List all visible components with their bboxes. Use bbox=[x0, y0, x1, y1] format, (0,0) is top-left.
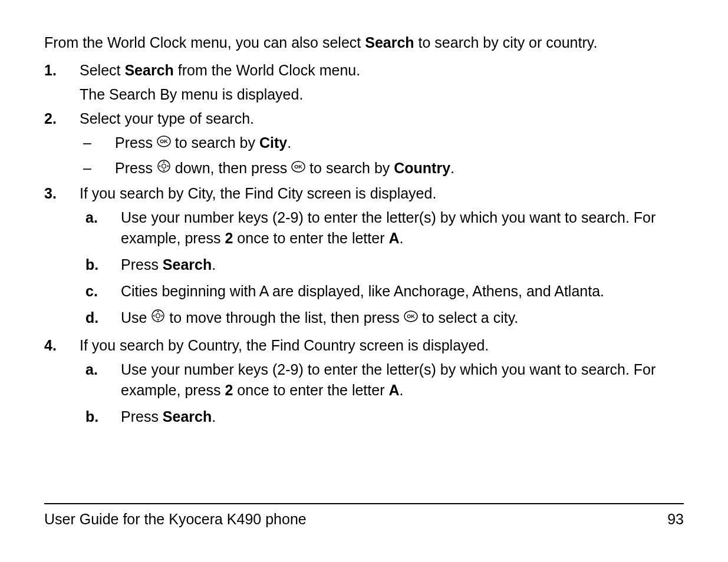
page-number: 93 bbox=[667, 509, 684, 530]
text-bold: A bbox=[388, 230, 399, 246]
text: to search by city or country. bbox=[414, 34, 598, 51]
text: If you search by City, the Find City scr… bbox=[80, 183, 684, 204]
substep-a: Use your number keys (2-9) to enter the … bbox=[80, 207, 684, 249]
text-bold: Search bbox=[365, 34, 414, 51]
text: to select a city. bbox=[418, 309, 518, 326]
text: down, then press bbox=[171, 160, 291, 176]
ok-icon bbox=[291, 158, 305, 178]
text: If you search by Country, the Find Count… bbox=[80, 335, 684, 356]
page-footer: User Guide for the Kyocera K490 phone 93 bbox=[44, 503, 684, 530]
text: Press bbox=[115, 160, 157, 176]
footer-title: User Guide for the Kyocera K490 phone bbox=[44, 509, 307, 530]
lettered-steps: Use your number keys (2-9) to enter the … bbox=[80, 207, 684, 329]
ok-icon bbox=[157, 133, 171, 153]
text: The Search By menu is displayed. bbox=[80, 84, 684, 105]
text: From the World Clock menu, you can also … bbox=[44, 34, 365, 51]
text: once to enter the letter bbox=[233, 382, 388, 398]
nav-icon bbox=[151, 308, 165, 328]
text: to move through the list, then press bbox=[165, 309, 403, 326]
text: . bbox=[212, 408, 216, 425]
text: to search by bbox=[171, 134, 259, 151]
text: to search by bbox=[305, 160, 394, 176]
step-4: If you search by Country, the Find Count… bbox=[44, 335, 684, 427]
text: . bbox=[400, 230, 404, 246]
text-bold: 2 bbox=[225, 230, 233, 246]
text: Press bbox=[115, 134, 157, 151]
substep-c: Cities beginning with A are displayed, l… bbox=[80, 281, 684, 302]
footer-rule bbox=[44, 503, 684, 504]
intro-paragraph: From the World Clock menu, you can also … bbox=[44, 32, 684, 53]
step-2: Select your type of search. Press to sea… bbox=[44, 108, 684, 180]
text: . bbox=[400, 382, 404, 398]
text-bold: Search bbox=[163, 256, 212, 273]
step-1: Select Search from the World Clock menu.… bbox=[44, 60, 684, 105]
substep-a: Use your number keys (2-9) to enter the … bbox=[80, 359, 684, 401]
text: Cities beginning with A are displayed, l… bbox=[121, 283, 604, 299]
text: . bbox=[287, 134, 291, 151]
text: Select bbox=[80, 62, 124, 78]
substep-b: Press Search. bbox=[80, 406, 684, 427]
text-bold: Search bbox=[124, 62, 173, 78]
text-bold: 2 bbox=[225, 382, 233, 398]
text: from the World Clock menu. bbox=[174, 62, 360, 78]
text: Select your type of search. bbox=[80, 108, 684, 129]
numbered-steps: Select Search from the World Clock menu.… bbox=[44, 60, 684, 427]
text: . bbox=[450, 160, 454, 176]
text-bold: City bbox=[259, 134, 287, 151]
lettered-steps: Use your number keys (2-9) to enter the … bbox=[80, 359, 684, 427]
substep-b: Press Search. bbox=[80, 254, 684, 275]
bullet-item: Press to search by City. bbox=[80, 133, 684, 154]
text-bold: Country bbox=[394, 160, 450, 176]
ok-icon bbox=[404, 308, 418, 328]
text-bold: A bbox=[388, 382, 399, 398]
text: Press bbox=[121, 256, 163, 273]
substep-d: Use to move through the list, then press… bbox=[80, 308, 684, 329]
text: once to enter the letter bbox=[233, 230, 388, 246]
nav-icon bbox=[157, 158, 171, 178]
text: . bbox=[212, 256, 216, 273]
text-bold: Search bbox=[163, 408, 212, 425]
text: Press bbox=[121, 408, 163, 425]
bullet-item: Press down, then press to search by Coun… bbox=[80, 158, 684, 180]
text: Use bbox=[121, 309, 151, 326]
bullet-list: Press to search by City. Press down, the… bbox=[80, 133, 684, 180]
step-3: If you search by City, the Find City scr… bbox=[44, 183, 684, 329]
